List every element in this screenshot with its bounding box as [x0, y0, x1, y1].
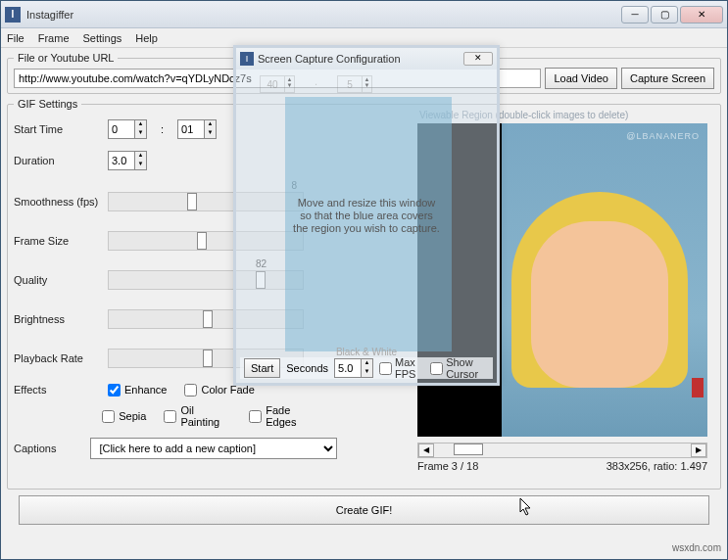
quality-label: Quality [14, 274, 108, 286]
dialog-titlebar[interactable]: I Screen Capture Configuration ✕ [236, 48, 497, 70]
frame-status: Frame 3 / 18 [417, 460, 478, 472]
dialog-title: Screen Capture Configuration [258, 53, 463, 65]
dialog-bottom-bar: Start Seconds ▲▼ Max FPS Show Cursor [240, 357, 493, 379]
gif-legend: GIF Settings [14, 98, 81, 110]
time-colon: : [161, 123, 164, 135]
frame-scrollbar[interactable]: ◀ ▶ [417, 443, 707, 458]
app-window: I Instagiffer ─ ▢ ✕ File Frame Settings … [0, 0, 728, 560]
enhance-checkbox[interactable]: Enhance [108, 384, 167, 397]
menu-settings[interactable]: Settings [83, 32, 122, 44]
dialog-close-button[interactable]: ✕ [463, 52, 493, 66]
duration-label: Duration [14, 155, 108, 166]
menu-file[interactable]: File [7, 32, 24, 44]
captions-label: Captions [14, 443, 90, 454]
duration-spinner[interactable]: ▲▼ [108, 151, 147, 170]
close-button[interactable]: ✕ [680, 6, 723, 23]
preview-image: @LBANANERO [502, 123, 707, 437]
start-min-spinner[interactable]: ▲▼ [108, 119, 147, 139]
ghost-spinner-a[interactable]: ▲▼ [260, 75, 295, 93]
scroll-left-icon[interactable]: ◀ [418, 443, 434, 457]
seconds-label: Seconds [286, 362, 328, 374]
menu-help[interactable]: Help [135, 32, 158, 44]
fadeedges-checkbox[interactable]: Fade Edges [249, 404, 319, 428]
playback-label: Playback Rate [14, 352, 108, 364]
dialog-instructions: Move and resize this window so that the … [236, 197, 497, 235]
dialog-app-icon: I [240, 52, 254, 66]
create-gif-button[interactable]: Create GIF! [19, 495, 709, 525]
start-sec-spinner[interactable]: ▲▼ [177, 119, 217, 139]
start-time-label: Start Time [14, 123, 108, 135]
minimize-button[interactable]: ─ [621, 6, 649, 23]
capture-screen-button[interactable]: Capture Screen [621, 68, 714, 89]
dialog-start-button[interactable]: Start [244, 358, 280, 378]
effects-label: Effects [14, 384, 108, 396]
load-video-button[interactable]: Load Video [545, 68, 616, 89]
app-icon: I [5, 7, 21, 23]
scroll-right-icon[interactable]: ▶ [691, 443, 706, 457]
seconds-spinner[interactable]: ▲▼ [334, 358, 373, 378]
oil-checkbox[interactable]: Oil Painting [164, 404, 231, 428]
smoothness-label: Smoothness (fps) [14, 196, 108, 208]
ghost-spinner-b[interactable]: ▲▼ [337, 75, 372, 93]
maxfps-checkbox[interactable]: Max FPS [379, 356, 424, 380]
menu-frame[interactable]: Frame [38, 32, 70, 44]
site-watermark: wsxdn.com [672, 542, 721, 553]
maximize-button[interactable]: ▢ [651, 6, 678, 23]
sepia-checkbox[interactable]: Sepia [102, 410, 146, 423]
capture-dialog[interactable]: I Screen Capture Configuration ✕ ▲▼ . ▲▼… [233, 45, 500, 386]
brightness-label: Brightness [14, 313, 108, 325]
preview-watermark: @LBANANERO [626, 131, 700, 141]
window-title: Instagiffer [26, 9, 621, 21]
url-legend: File or Youtube URL [14, 52, 118, 64]
frame-size-label: Frame Size [14, 235, 108, 247]
dims-status: 383x256, ratio: 1.497 [607, 460, 707, 472]
captions-select[interactable]: [Click here to add a new caption] [90, 438, 337, 459]
titlebar[interactable]: I Instagiffer ─ ▢ ✕ [1, 1, 727, 28]
scroll-thumb[interactable] [454, 443, 483, 455]
dialog-body: ▲▼ . ▲▼ Move and resize this window so t… [236, 70, 497, 383]
showcursor-checkbox[interactable]: Show Cursor [430, 356, 489, 380]
